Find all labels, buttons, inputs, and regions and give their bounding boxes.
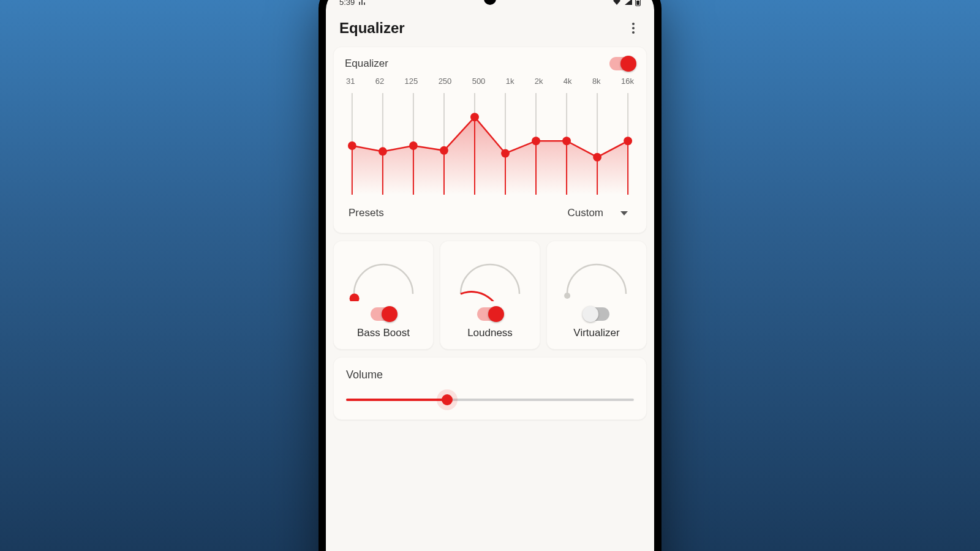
band-label: 2k [535, 77, 543, 86]
app-header: Equalizer [326, 12, 654, 47]
eq-band-knob[interactable] [624, 137, 632, 145]
band-label: 500 [472, 77, 486, 86]
chevron-down-icon [620, 211, 628, 216]
eq-status-icon [358, 0, 366, 6]
band-labels-row: 31621252505001k2k4k8k16k [345, 77, 635, 86]
svg-rect-2 [364, 2, 365, 5]
eq-band-knob[interactable] [501, 149, 510, 157]
bass-boost-dial[interactable] [347, 252, 420, 301]
svg-rect-0 [359, 2, 360, 5]
bass-boost-toggle[interactable] [371, 307, 396, 321]
status-time: 5:39 [339, 0, 355, 7]
page-title: Equalizer [339, 20, 405, 37]
loudness-card: Loudness [440, 241, 540, 350]
battery-icon [635, 0, 641, 6]
eq-band-knob[interactable] [409, 141, 418, 150]
band-label: 4k [564, 77, 572, 86]
band-label: 8k [592, 77, 601, 86]
band-label: 16k [621, 77, 634, 86]
loudness-toggle[interactable] [477, 307, 503, 321]
bass-boost-label: Bass Boost [357, 327, 410, 339]
equalizer-card: Equalizer 31621252505001k2k4k8k16k Prese… [333, 47, 647, 233]
volume-slider-fill [346, 399, 447, 401]
presets-dropdown[interactable]: Custom [567, 207, 631, 219]
eq-band-knob[interactable] [348, 141, 356, 150]
dial-knob[interactable] [564, 293, 570, 299]
loudness-label: Loudness [467, 327, 513, 339]
dial-knob[interactable] [350, 294, 360, 301]
more-vert-icon [632, 23, 635, 34]
svg-rect-5 [636, 1, 639, 5]
virtualizer-toggle[interactable] [584, 307, 609, 321]
svg-rect-1 [361, 0, 363, 5]
equalizer-graph[interactable] [345, 88, 635, 198]
equalizer-toggle[interactable] [609, 57, 635, 70]
presets-selected-value: Custom [567, 207, 603, 219]
more-menu-button[interactable] [626, 21, 641, 36]
controls-row: Bass Boost Loudness Virtualizer [333, 241, 647, 350]
volume-slider-knob[interactable] [442, 394, 453, 405]
eq-band-knob[interactable] [440, 146, 448, 155]
band-label: 125 [405, 77, 418, 86]
svg-point-7 [632, 27, 635, 29]
cell-signal-icon [624, 0, 633, 6]
band-label: 250 [439, 77, 452, 86]
equalizer-label: Equalizer [345, 58, 388, 70]
virtualizer-label: Virtualizer [573, 327, 619, 339]
virtualizer-card: Virtualizer [546, 241, 647, 350]
eq-band-knob[interactable] [532, 137, 540, 145]
volume-slider[interactable] [346, 399, 634, 401]
svg-point-6 [632, 23, 635, 25]
phone-frame: 5:39 Equalizer [318, 0, 662, 551]
svg-point-8 [632, 31, 635, 34]
bass-boost-card: Bass Boost [333, 241, 434, 350]
band-label: 31 [346, 77, 355, 86]
presets-label: Presets [349, 207, 567, 219]
volume-card: Volume [333, 357, 647, 420]
presets-row: Presets Custom [345, 198, 635, 229]
eq-band-knob[interactable] [379, 147, 387, 156]
eq-band-knob[interactable] [470, 113, 479, 121]
band-label: 1k [506, 77, 514, 86]
eq-band-knob[interactable] [593, 153, 601, 162]
band-label: 62 [375, 77, 384, 86]
wifi-icon [612, 0, 622, 6]
volume-label: Volume [346, 369, 634, 381]
virtualizer-dial[interactable] [560, 252, 633, 301]
loudness-dial[interactable] [453, 252, 527, 301]
eq-band-knob[interactable] [562, 137, 571, 145]
screen: 5:39 Equalizer [326, 0, 654, 551]
